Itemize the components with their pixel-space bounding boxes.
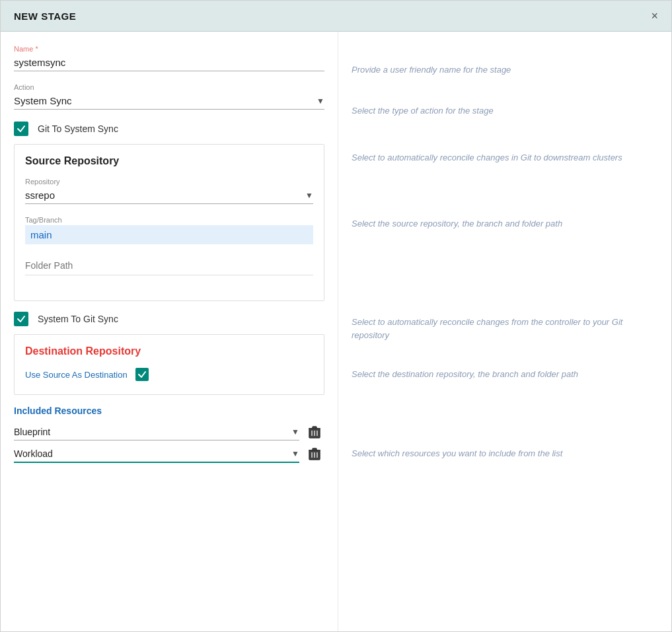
use-source-checkbox[interactable]	[135, 368, 149, 381]
destination-repository-box: Destination Repository Use Source As Des…	[14, 334, 324, 395]
name-label: Name *	[14, 45, 324, 53]
action-label: Action	[14, 83, 324, 91]
repository-select-wrapper: ssrepo ▼	[25, 187, 313, 204]
resource-row-workload: Workload ▼	[14, 446, 324, 463]
repository-field-group: Repository ssrepo ▼	[25, 178, 313, 204]
modal-body: Name * Action System Sync ▼	[1, 32, 671, 631]
modal-header: NEW STAGE ×	[1, 1, 671, 32]
resources-help-block: Select which resources you want to inclu…	[352, 434, 658, 460]
blueprint-select[interactable]: Blueprint	[14, 424, 289, 440]
branch-label: Tag/Branch	[25, 216, 313, 224]
system-to-git-sync-row: System To Git Sync	[14, 312, 324, 326]
dest-repo-help-text: Select the destination repository, the b…	[352, 369, 578, 379]
action-dropdown-arrow: ▼	[317, 96, 324, 106]
action-select[interactable]: System Sync	[14, 92, 314, 109]
workload-delete-button[interactable]	[305, 446, 324, 462]
repo-dropdown-arrow: ▼	[305, 191, 313, 200]
source-repo-help-text: Select the source repository, the branch…	[352, 219, 562, 228]
repository-label: Repository	[25, 178, 313, 186]
use-source-row: Use Source As Destination	[25, 368, 313, 381]
workload-select[interactable]: Workload	[14, 446, 289, 462]
folder-field-group	[25, 256, 313, 275]
source-repo-help-block: Select the source repository, the branch…	[352, 178, 658, 316]
blueprint-dropdown-arrow: ▼	[291, 427, 299, 437]
repository-select[interactable]: ssrepo	[25, 187, 303, 203]
git-sync-help-block: Select to automatically reconcile change…	[352, 151, 658, 178]
system-to-git-sync-checkbox[interactable]	[14, 312, 28, 326]
included-resources-section: Included Resources Blueprint ▼	[14, 405, 324, 463]
resource-row-blueprint: Blueprint ▼	[14, 424, 324, 440]
action-help-text: Select the type of action for the stage	[352, 106, 494, 116]
new-stage-modal: NEW STAGE × Name * Action System Sync ▼	[0, 0, 672, 632]
blueprint-select-wrapper: Blueprint ▼	[14, 424, 299, 440]
action-field-group: Action System Sync ▼	[14, 83, 324, 110]
destination-repository-title: Destination Repository	[25, 345, 313, 357]
blueprint-delete-button[interactable]	[305, 425, 324, 440]
modal-title: NEW STAGE	[14, 11, 76, 22]
use-source-label: Use Source As Destination	[25, 370, 128, 380]
system-git-sync-help-block: Select to automatically reconcile change…	[352, 316, 658, 355]
source-repository-box: Source Repository Repository ssrepo ▼ Ta…	[14, 144, 324, 301]
close-button[interactable]: ×	[651, 10, 658, 22]
git-to-system-sync-row: Git To System Sync	[14, 122, 324, 136]
workload-select-wrapper: Workload ▼	[14, 446, 299, 463]
name-input[interactable]	[14, 54, 324, 71]
system-to-git-sync-label: System To Git Sync	[38, 314, 118, 324]
branch-input[interactable]	[25, 225, 313, 244]
git-to-system-sync-label: Git To System Sync	[38, 123, 118, 134]
source-repository-title: Source Repository	[25, 155, 313, 167]
dest-repo-help-block: Select the destination repository, the b…	[352, 355, 658, 434]
system-git-sync-help-text: Select to automatically reconcile change…	[352, 317, 622, 340]
included-resources-title: Included Resources	[14, 405, 324, 416]
git-sync-help-text: Select to automatically reconcile change…	[352, 153, 622, 162]
left-panel: Name * Action System Sync ▼	[1, 32, 338, 631]
branch-field-group: Tag/Branch	[25, 216, 313, 244]
right-panel: Provide a user friendly name for the sta…	[338, 32, 671, 631]
git-to-system-sync-checkbox[interactable]	[14, 122, 28, 136]
resources-help-text: Select which resources you want to inclu…	[352, 448, 562, 458]
name-field-group: Name *	[14, 45, 324, 71]
name-help-block: Provide a user friendly name for the sta…	[352, 45, 658, 104]
workload-dropdown-arrow: ▼	[291, 449, 299, 458]
name-help-text: Provide a user friendly name for the sta…	[352, 65, 511, 75]
action-select-wrapper: System Sync ▼	[14, 92, 324, 110]
action-help-block: Select the type of action for the stage	[352, 104, 658, 152]
folder-path-input[interactable]	[25, 256, 313, 275]
